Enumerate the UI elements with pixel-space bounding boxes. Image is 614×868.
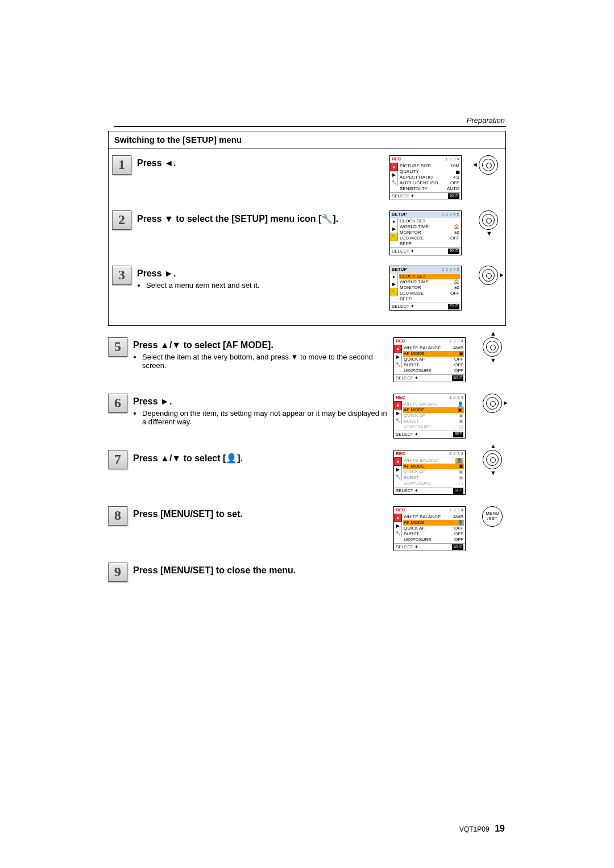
step-9: 9Press [MENU/SET] to close the menu. — [108, 563, 506, 582]
section-header: Preparation — [467, 116, 505, 125]
step-number: 1 — [112, 155, 131, 175]
step-title: Press ▲/▼ to select [AF MODE]. — [133, 340, 273, 350]
step-3: 3Press ►.Select a menu item next and set… — [112, 266, 502, 311]
step-number: 6 — [108, 394, 127, 413]
step-title: Press ►. — [133, 396, 172, 406]
step-title: Press ▲/▼ to select [👤]. — [133, 453, 243, 463]
page-footer: VQT1P09 19 — [459, 824, 505, 834]
lcd-screenshot: SETUP1 2 3 4 5●▶🔧CLOCK SETWORLD TIME🏠MON… — [389, 266, 462, 311]
step-notes: Select the item at the very bottom, and … — [133, 353, 388, 370]
lcd-screenshot: REC1 2 3 4●▶🔧WHITE BALANC👤AF MODE▣QUICK … — [393, 394, 466, 439]
lcd-screenshot: SETUP1 2 3 4 5●▶🔧CLOCK SETWORLD TIME🏠MON… — [389, 210, 462, 255]
step-7: 7Press ▲/▼ to select [👤].REC1 2 3 4●▶🔧WH… — [108, 450, 506, 495]
dpad-icon: ▲▼ — [483, 337, 502, 357]
step-title: Press ►. — [137, 268, 176, 278]
step-title: Press [MENU/SET] to set. — [133, 509, 243, 519]
header-rule — [114, 126, 506, 127]
step-6: 6Press ►.Depending on the item, its sett… — [108, 394, 506, 439]
lcd-screenshot: REC1 2 3 4●▶🔧WHITE BALANCEAWBAF MODE👤QUI… — [393, 506, 466, 551]
step-1: 1Press ◄.REC1 2 3 4●▶🔧PICTURE SIZE10MQUA… — [112, 155, 502, 200]
step-title: Press ◄. — [137, 158, 176, 168]
lcd-screenshot: REC1 2 3 4●▶🔧PICTURE SIZE10MQUALITY▅ASPE… — [389, 155, 462, 200]
lcd-screenshot: REC1 2 3 4●▶🔧WHITE BALANCEAWBAF MODE▣QUI… — [393, 337, 466, 382]
step-title: Press ▼ to select the [SETUP] menu icon … — [137, 214, 338, 224]
step-number: 8 — [108, 506, 127, 526]
step-number: 9 — [108, 563, 127, 582]
dpad-icon: ► — [483, 394, 502, 413]
menu-set-icon: MENU /SET — [482, 506, 503, 527]
dpad-icon: ▼ — [479, 210, 498, 230]
step-5: 5Press ▲/▼ to select [AF MODE].Select th… — [108, 337, 506, 382]
step-title: Press [MENU/SET] to close the menu. — [133, 565, 296, 575]
step-number: 7 — [108, 450, 127, 469]
step-number: 5 — [108, 337, 127, 357]
step-number: 3 — [112, 266, 131, 285]
step-notes: Depending on the item, its setting may n… — [133, 409, 388, 426]
step-notes: Select a menu item next and set it. — [137, 281, 384, 290]
setup-box-title: Switching to the [SETUP] menu — [109, 131, 505, 148]
lcd-screenshot: REC1 2 3 4●▶🔧WHITE BALANC👤AF MODE▣QUICK … — [393, 450, 466, 495]
step-2: 2Press ▼ to select the [SETUP] menu icon… — [112, 210, 502, 255]
step-number: 2 — [112, 210, 131, 230]
step-8: 8Press [MENU/SET] to set.REC1 2 3 4●▶🔧WH… — [108, 506, 506, 551]
setup-menu-box: Switching to the [SETUP] menu 1Press ◄.R… — [108, 131, 506, 326]
dpad-icon: ◄ — [479, 155, 498, 175]
dpad-icon: ▲▼ — [483, 450, 502, 469]
page-number: 19 — [495, 824, 505, 833]
doc-code: VQT1P09 — [459, 825, 489, 833]
dpad-icon: ► — [479, 266, 498, 285]
